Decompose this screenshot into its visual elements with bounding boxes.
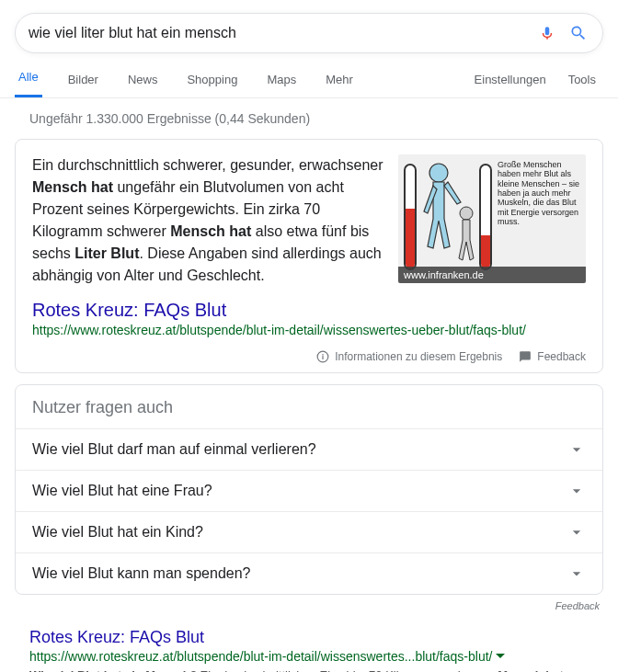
svg-point-1 <box>460 207 473 220</box>
search-icon[interactable] <box>567 22 589 44</box>
result-title-link[interactable]: Rotes Kreuz: FAQs Blut <box>29 628 204 647</box>
snippet-url: https://www.roteskreuz.at/blutspende/blu… <box>32 323 586 337</box>
tab-all[interactable]: Alle <box>15 70 42 97</box>
tab-news[interactable]: News <box>124 73 162 97</box>
tab-more[interactable]: Mehr <box>322 73 357 97</box>
tab-settings[interactable]: Einstellungen <box>475 73 546 97</box>
snippet-title-link[interactable]: Rotes Kreuz: FAQs Blut <box>32 300 226 321</box>
result-description: Wie viel Blut hat ein Mensch? Ein durchs… <box>29 666 589 672</box>
mic-icon[interactable] <box>536 22 558 44</box>
featured-snippet: Ein durchschnittlich schwerer, gesunder,… <box>15 139 603 373</box>
chevron-down-icon <box>567 564 586 583</box>
snippet-image[interactable]: Große Menschen haben mehr Blut als klein… <box>398 154 586 283</box>
tab-maps[interactable]: Maps <box>263 73 300 97</box>
tab-shopping[interactable]: Shopping <box>183 73 241 97</box>
snippet-image-caption: www.infranken.de <box>398 267 586 283</box>
tab-tools[interactable]: Tools <box>568 73 596 97</box>
feedback-link[interactable]: Feedback <box>519 350 586 363</box>
chevron-down-icon <box>567 523 586 541</box>
result-url: https://www.roteskreuz.at/blutspende/blu… <box>29 649 589 664</box>
svg-point-0 <box>429 164 448 182</box>
paa-question[interactable]: Wie viel Blut darf man auf einmal verlie… <box>16 428 602 470</box>
paa-question[interactable]: Wie viel Blut kann man spenden? <box>16 552 602 594</box>
snippet-image-text: Große Menschen haben mehr Blut als klein… <box>498 160 582 226</box>
search-result: Rotes Kreuz: FAQs Blut https://www.rotes… <box>29 628 589 672</box>
chevron-down-icon <box>567 440 586 459</box>
snippet-text: Ein durchschnittlich schwerer, gesunder,… <box>32 154 383 287</box>
about-result-link[interactable]: Informationen zu diesem Ergebnis <box>316 350 502 363</box>
dropdown-icon[interactable] <box>496 652 505 661</box>
people-also-ask: Nutzer fragen auch Wie viel Blut darf ma… <box>15 384 603 595</box>
paa-heading: Nutzer fragen auch <box>16 385 602 428</box>
result-stats: Ungefähr 1.330.000 Ergebnisse (0,44 Seku… <box>0 98 618 126</box>
search-bar[interactable] <box>15 13 603 53</box>
search-tabs: Alle Bilder News Shopping Maps Mehr Eins… <box>0 70 618 98</box>
tab-images[interactable]: Bilder <box>64 73 102 97</box>
paa-feedback-link[interactable]: Feedback <box>18 600 600 611</box>
paa-question[interactable]: Wie viel Blut hat ein Kind? <box>16 511 602 552</box>
chevron-down-icon <box>567 482 586 500</box>
paa-question[interactable]: Wie viel Blut hat eine Frau? <box>16 470 602 511</box>
search-input[interactable] <box>29 25 527 41</box>
